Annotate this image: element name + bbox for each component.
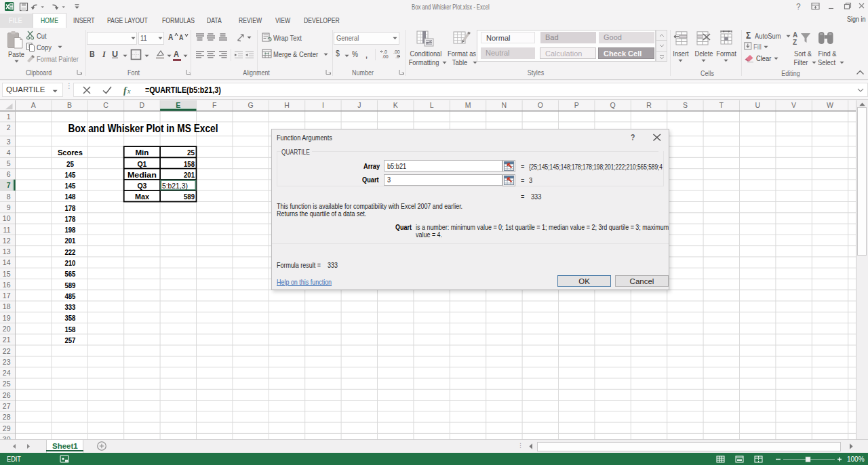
- svg-text:27: 27: [3, 401, 11, 409]
- svg-text:198: 198: [64, 226, 76, 234]
- svg-text:589: 589: [64, 281, 75, 289]
- svg-text:13: 13: [3, 247, 11, 256]
- svg-text:11: 11: [3, 225, 11, 233]
- svg-text:H: H: [284, 100, 290, 108]
- svg-text:8: 8: [7, 192, 11, 200]
- svg-text:6: 6: [7, 170, 11, 178]
- svg-text:14: 14: [3, 258, 11, 266]
- svg-text:25: 25: [3, 380, 11, 388]
- svg-text:.0: .0: [395, 54, 399, 59]
- svg-text:F: F: [212, 100, 216, 108]
- svg-text:P: P: [574, 100, 579, 108]
- svg-text:I: I: [322, 100, 324, 108]
- svg-text:D: D: [140, 100, 145, 108]
- svg-text:Q: Q: [610, 100, 616, 108]
- svg-text:G: G: [248, 100, 254, 108]
- svg-text:.00: .00: [393, 49, 400, 54]
- svg-text:25: 25: [187, 148, 195, 157]
- svg-text:2: 2: [7, 123, 11, 132]
- svg-text:V: V: [791, 100, 796, 108]
- svg-text:9: 9: [7, 203, 11, 211]
- svg-text:18: 18: [3, 302, 11, 310]
- svg-text:T: T: [719, 100, 724, 108]
- svg-text:201: 201: [64, 237, 76, 245]
- svg-text:358: 358: [64, 314, 76, 322]
- svg-text:C: C: [103, 100, 108, 108]
- svg-text:A: A: [793, 31, 797, 39]
- svg-text:Scores: Scores: [58, 148, 83, 157]
- svg-text:17: 17: [3, 291, 11, 300]
- svg-text:A: A: [31, 100, 36, 108]
- svg-text:210: 210: [64, 259, 75, 267]
- svg-text:26: 26: [3, 390, 11, 399]
- svg-text:589: 589: [184, 193, 195, 201]
- svg-text:Z: Z: [793, 39, 797, 46]
- svg-text:145: 145: [64, 182, 76, 190]
- svg-text:N: N: [502, 100, 507, 108]
- svg-text:Median: Median: [127, 170, 157, 178]
- svg-text:28: 28: [3, 413, 11, 421]
- svg-text:565: 565: [64, 270, 76, 278]
- svg-text:1: 1: [7, 113, 11, 121]
- svg-text:29: 29: [3, 424, 11, 432]
- svg-text:201: 201: [184, 170, 195, 178]
- svg-text:10: 10: [3, 214, 11, 222]
- svg-text:x: x: [127, 87, 131, 95]
- svg-text:178: 178: [64, 203, 76, 211]
- svg-text:158: 158: [64, 325, 76, 333]
- svg-text:K: K: [393, 100, 398, 108]
- svg-text:485: 485: [64, 291, 76, 300]
- svg-text:7: 7: [7, 181, 11, 189]
- svg-text:21: 21: [3, 336, 11, 344]
- svg-text:25: 25: [66, 159, 75, 167]
- svg-text:222: 222: [64, 247, 75, 256]
- svg-text:4: 4: [7, 148, 11, 156]
- svg-text:Min: Min: [135, 148, 149, 157]
- svg-text:158: 158: [184, 159, 195, 167]
- svg-text:Q1: Q1: [137, 159, 147, 167]
- svg-text:20: 20: [3, 325, 11, 333]
- svg-text:M: M: [465, 100, 471, 108]
- svg-text:Box and Whisker Plot in MS Exc: Box and Whisker Plot in MS Excel: [68, 122, 218, 134]
- svg-text:19: 19: [3, 313, 11, 321]
- svg-text:Max: Max: [135, 193, 150, 201]
- svg-text:5:b21,3): 5:b21,3): [162, 182, 188, 190]
- svg-text:L: L: [430, 100, 434, 108]
- svg-text:178: 178: [64, 214, 76, 222]
- svg-text:B: B: [67, 100, 72, 108]
- svg-text:145: 145: [64, 170, 76, 178]
- svg-text:R: R: [646, 100, 652, 108]
- svg-text:U: U: [755, 100, 760, 108]
- svg-text:.00: .00: [382, 54, 389, 59]
- svg-text:5: 5: [7, 159, 11, 167]
- svg-text:.0: .0: [383, 49, 387, 54]
- svg-text:J: J: [357, 100, 361, 108]
- svg-text:23: 23: [3, 357, 11, 365]
- svg-text:333: 333: [64, 303, 75, 311]
- svg-text:257: 257: [64, 336, 75, 344]
- svg-text:16: 16: [3, 280, 11, 288]
- svg-text:E: E: [176, 100, 180, 108]
- svg-text:24: 24: [3, 369, 11, 377]
- svg-text:15: 15: [3, 269, 11, 277]
- svg-text:S: S: [683, 100, 688, 108]
- svg-text:148: 148: [64, 193, 76, 201]
- svg-text:22: 22: [3, 346, 11, 355]
- svg-text:O: O: [538, 100, 543, 108]
- svg-text:Q3: Q3: [137, 182, 146, 190]
- svg-text:W: W: [827, 100, 833, 108]
- svg-text:3: 3: [7, 138, 11, 146]
- svg-text:12: 12: [3, 236, 11, 244]
